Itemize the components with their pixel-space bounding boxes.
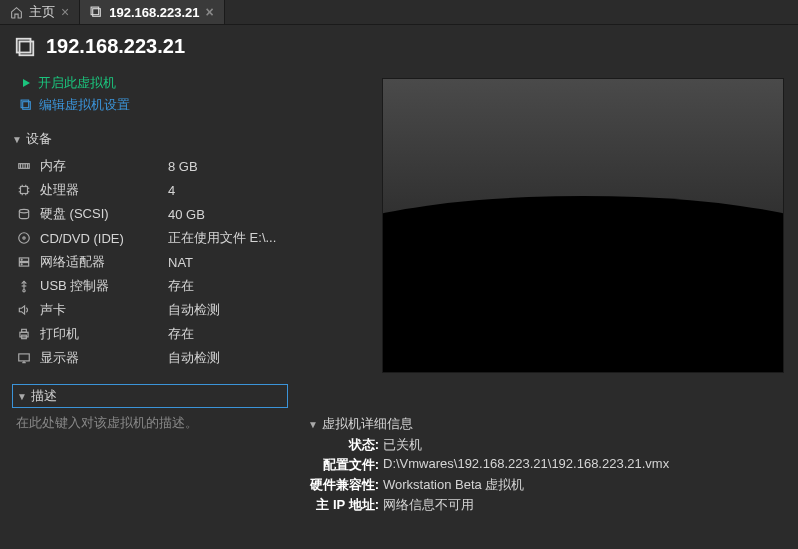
device-row-usb[interactable]: USB 控制器 存在 (12, 274, 288, 298)
action-links: 开启此虚拟机 编辑虚拟机设置 (12, 68, 288, 128)
play-icon (20, 77, 32, 89)
edit-vm-icon (20, 99, 33, 112)
disk-icon (16, 207, 32, 221)
device-row-cpu[interactable]: 处理器 4 (12, 178, 288, 202)
detail-ip: 主 IP 地址: 网络信息不可用 (308, 495, 784, 515)
svg-point-23 (23, 237, 25, 239)
svg-marker-31 (19, 306, 24, 314)
device-value: 正在使用文件 E:\... (168, 229, 276, 247)
right-panel: ▼ 虚拟机详细信息 状态: 已关机 配置文件: D:\Vmwares\192.1… (300, 68, 798, 544)
description-section-label: 描述 (31, 387, 57, 405)
device-name: 处理器 (40, 181, 160, 199)
detail-label: 状态: (308, 436, 383, 454)
device-name: 网络适配器 (40, 253, 160, 271)
svg-point-26 (21, 259, 22, 260)
title-bar: 192.168.223.21 (0, 25, 798, 68)
device-row-disk[interactable]: 硬盘 (SCSI) 40 GB (12, 202, 288, 226)
svg-point-21 (19, 209, 28, 213)
memory-icon (16, 159, 32, 173)
detail-label: 配置文件: (308, 456, 383, 474)
detail-value: 网络信息不可用 (383, 496, 474, 514)
vm-icon (14, 36, 36, 58)
sound-icon (16, 303, 32, 317)
detail-compat: 硬件兼容性: Workstation Beta 虚拟机 (308, 475, 784, 495)
tab-vm[interactable]: 192.168.223.21 × (80, 0, 225, 24)
tab-home[interactable]: 主页 × (0, 0, 80, 24)
device-row-network[interactable]: 网络适配器 NAT (12, 250, 288, 274)
description-placeholder[interactable]: 在此处键入对该虚拟机的描述。 (12, 408, 288, 438)
detail-state: 状态: 已关机 (308, 435, 784, 455)
device-name: USB 控制器 (40, 277, 160, 295)
svg-marker-4 (23, 79, 30, 87)
svg-rect-35 (19, 354, 30, 361)
display-icon (16, 351, 32, 365)
device-value: 8 GB (168, 159, 198, 174)
device-row-cd[interactable]: CD/DVD (IDE) 正在使用文件 E:\... (12, 226, 288, 250)
tab-bar: 主页 × 192.168.223.21 × (0, 0, 798, 25)
device-name: 硬盘 (SCSI) (40, 205, 160, 223)
devices-section-header[interactable]: ▼ 设备 (12, 128, 288, 150)
page-title: 192.168.223.21 (46, 35, 185, 58)
svg-point-28 (23, 290, 25, 292)
device-value: 4 (168, 183, 175, 198)
svg-point-22 (19, 233, 30, 244)
usb-icon (16, 279, 32, 293)
cd-icon (16, 231, 32, 245)
edit-settings-link[interactable]: 编辑虚拟机设置 (20, 94, 280, 116)
device-table: 内存 8 GB 处理器 4 硬盘 (SCSI) 40 GB CD/DVD (ID… (12, 154, 288, 370)
chevron-down-icon: ▼ (308, 419, 318, 430)
description-section-header[interactable]: ▼ 描述 (12, 384, 288, 408)
svg-rect-33 (22, 329, 27, 332)
svg-point-27 (21, 264, 22, 265)
detail-config: 配置文件: D:\Vmwares\192.168.223.21\192.168.… (308, 455, 784, 475)
vm-icon (90, 6, 103, 19)
device-name: 声卡 (40, 301, 160, 319)
device-row-sound[interactable]: 声卡 自动检测 (12, 298, 288, 322)
tab-label: 192.168.223.21 (109, 5, 199, 20)
detail-value: 已关机 (383, 436, 422, 454)
tab-label: 主页 (29, 3, 55, 21)
device-name: 显示器 (40, 349, 160, 367)
detail-label: 主 IP 地址: (308, 496, 383, 514)
device-row-printer[interactable]: 打印机 存在 (12, 322, 288, 346)
power-on-link[interactable]: 开启此虚拟机 (20, 72, 280, 94)
details-section-header[interactable]: ▼ 虚拟机详细信息 (308, 413, 784, 435)
close-icon[interactable]: × (206, 4, 214, 20)
content: 开启此虚拟机 编辑虚拟机设置 ▼ 设备 内存 8 GB 处理器 4 (0, 68, 798, 544)
device-value: 存在 (168, 325, 194, 343)
device-row-display[interactable]: 显示器 自动检测 (12, 346, 288, 370)
network-icon (16, 255, 32, 269)
chevron-down-icon: ▼ (12, 134, 22, 145)
device-value: 自动检测 (168, 301, 220, 319)
device-value: NAT (168, 255, 193, 270)
device-name: 内存 (40, 157, 160, 175)
power-on-label: 开启此虚拟机 (38, 74, 116, 92)
preview-curve (382, 196, 784, 373)
device-name: CD/DVD (IDE) (40, 231, 160, 246)
devices-section-label: 设备 (26, 130, 52, 148)
details-section-label: 虚拟机详细信息 (322, 415, 413, 433)
svg-rect-12 (21, 187, 28, 194)
detail-label: 硬件兼容性: (308, 476, 383, 494)
edit-settings-label: 编辑虚拟机设置 (39, 96, 130, 114)
detail-value: Workstation Beta 虚拟机 (383, 476, 524, 494)
detail-value: D:\Vmwares\192.168.223.21\192.168.223.21… (383, 456, 669, 474)
device-value: 40 GB (168, 207, 205, 222)
chevron-down-icon: ▼ (17, 391, 27, 402)
device-value: 自动检测 (168, 349, 220, 367)
close-icon[interactable]: × (61, 4, 69, 20)
home-icon (10, 6, 23, 19)
vm-preview[interactable] (382, 78, 784, 373)
device-value: 存在 (168, 277, 194, 295)
cpu-icon (16, 183, 32, 197)
printer-icon (16, 327, 32, 341)
device-name: 打印机 (40, 325, 160, 343)
vm-details: ▼ 虚拟机详细信息 状态: 已关机 配置文件: D:\Vmwares\192.1… (308, 413, 784, 515)
device-row-memory[interactable]: 内存 8 GB (12, 154, 288, 178)
left-panel: 开启此虚拟机 编辑虚拟机设置 ▼ 设备 内存 8 GB 处理器 4 (0, 68, 300, 544)
